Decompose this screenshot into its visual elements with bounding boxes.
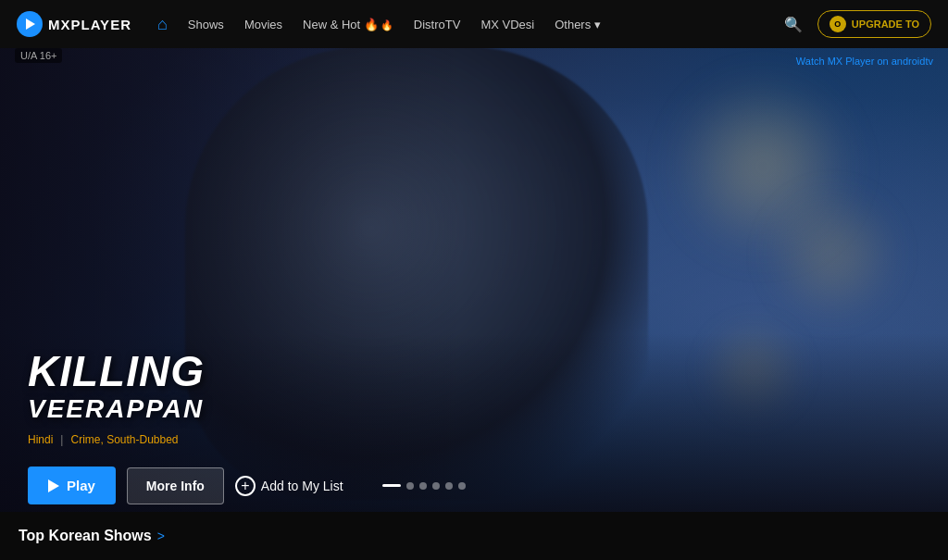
add-to-list-button[interactable]: + Add to My List [235, 476, 343, 496]
add-icon: + [235, 476, 256, 496]
nav-shows[interactable]: Shows [188, 18, 224, 31]
carousel-dot-3[interactable] [419, 482, 427, 490]
hero-title-sub: VEERAPPAN [28, 396, 466, 422]
bottom-section-arrow[interactable]: > [157, 529, 165, 543]
content-rating-badge: U/A 16+ [15, 48, 62, 63]
nav-movies[interactable]: Movies [244, 18, 282, 31]
hero-meta-divider: | [60, 433, 63, 446]
hero-language: Hindi [28, 433, 53, 446]
android-tv-banner: Watch MX Player on androidtv [796, 56, 933, 67]
bokeh-decoration-2 [763, 185, 902, 324]
logo[interactable]: MXPLAYER [17, 11, 131, 37]
nav-distrotv[interactable]: DistroTV [414, 18, 461, 31]
upgrade-button[interactable]: O UPGRADE TO [817, 10, 931, 38]
carousel-dot-2[interactable] [406, 482, 414, 490]
hero-title-main: KILLING [28, 350, 466, 392]
logo-text: MXPLAYER [48, 17, 131, 32]
hero-content: KILLING VEERAPPAN Hindi | Crime, South-D… [28, 350, 466, 504]
more-info-button[interactable]: More Info [127, 467, 224, 504]
navbar: MXPLAYER ⌂ Shows Movies New & Hot 🔥 Dist… [0, 0, 948, 48]
carousel-dot-active[interactable] [382, 484, 401, 487]
add-list-label: Add to My List [261, 479, 343, 493]
carousel-dots [382, 482, 466, 490]
hero-metadata: Hindi | Crime, South-Dubbed [28, 433, 466, 446]
hero-actions: Play More Info + Add to My List [28, 467, 466, 504]
logo-play-icon [17, 11, 43, 37]
carousel-dot-6[interactable] [458, 482, 466, 490]
carousel-dot-5[interactable] [445, 482, 453, 490]
nav-links: Shows Movies New & Hot 🔥 DistroTV MX VDe… [188, 18, 784, 31]
play-icon [48, 479, 59, 492]
bottom-section-title: Top Korean Shows [19, 528, 152, 544]
nav-new-hot[interactable]: New & Hot 🔥 [303, 18, 393, 31]
upgrade-label: UPGRADE TO [852, 19, 919, 30]
nav-others[interactable]: Others ▾ [555, 18, 601, 31]
nav-mxvdesi[interactable]: MX VDesi [480, 18, 534, 31]
bottom-section: Top Korean Shows > [0, 512, 948, 560]
nav-right: 🔍 O UPGRADE TO [784, 10, 931, 38]
search-icon[interactable]: 🔍 [784, 16, 803, 33]
play-button[interactable]: Play [28, 467, 116, 504]
play-label: Play [67, 478, 95, 493]
home-icon[interactable]: ⌂ [157, 15, 168, 34]
hero-genres: Crime, South-Dubbed [70, 433, 178, 446]
carousel-dot-4[interactable] [432, 482, 440, 490]
upgrade-circle-icon: O [830, 16, 846, 32]
